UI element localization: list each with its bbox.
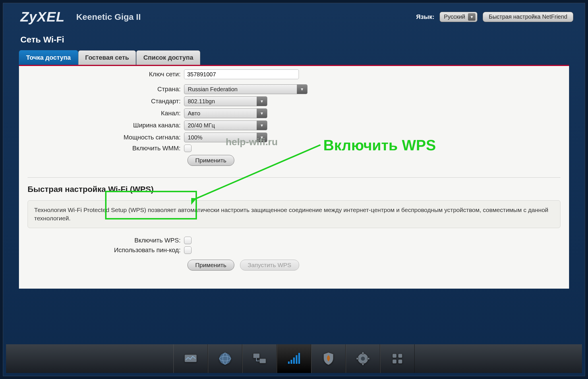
wps-pin-label: Использовать пин-код: xyxy=(28,246,184,254)
svg-rect-6 xyxy=(260,359,266,363)
quick-setup-button[interactable]: Быстрая настройка NetFriend xyxy=(483,12,573,22)
standard-select[interactable]: 802.11bgn ▼ xyxy=(184,96,267,106)
chevron-down-icon: ▼ xyxy=(257,121,267,130)
svg-rect-17 xyxy=(367,358,370,359)
dock-wifi-icon[interactable] xyxy=(277,344,311,373)
channel-value: Авто xyxy=(188,110,200,117)
svg-rect-20 xyxy=(392,359,396,364)
country-label: Страна: xyxy=(28,85,184,93)
width-label: Ширина канала: xyxy=(28,122,184,129)
chevron-down-icon: ▼ xyxy=(257,133,267,142)
wps-enable-label: Включить WPS: xyxy=(28,237,184,244)
wps-info-box: Технология Wi-Fi Protected Setup (WPS) п… xyxy=(28,200,560,228)
svg-rect-15 xyxy=(362,363,364,365)
standard-label: Стандарт: xyxy=(28,98,184,105)
chevron-down-icon: ▼ xyxy=(468,13,475,21)
bottom-dock xyxy=(6,344,582,373)
dock-monitor-icon[interactable] xyxy=(173,344,208,373)
dock-gear-icon[interactable] xyxy=(346,344,380,373)
width-value: 20/40 МГц xyxy=(188,122,215,129)
dock-network-icon[interactable] xyxy=(242,344,277,373)
svg-rect-8 xyxy=(291,360,292,364)
power-label: Мощность сигнала: xyxy=(28,134,184,141)
dock-globe-icon[interactable] xyxy=(208,344,242,373)
svg-point-13 xyxy=(361,357,365,361)
svg-rect-16 xyxy=(356,358,359,359)
svg-rect-21 xyxy=(398,359,402,364)
power-value: 100% xyxy=(188,134,202,141)
page-title: Сеть Wi-Fi xyxy=(3,28,585,50)
dock-shield-icon[interactable] xyxy=(311,344,346,373)
svg-rect-10 xyxy=(296,355,297,364)
channel-label: Канал: xyxy=(28,110,184,117)
tab-bar: Точка доступа Гостевая сеть Список досту… xyxy=(3,50,585,65)
brand-logo: ZyXEL xyxy=(20,9,65,25)
apply-button-wps[interactable]: Применить xyxy=(187,260,234,271)
language-select[interactable]: Русский ▼ xyxy=(440,12,477,22)
country-value: Russian Federation xyxy=(188,86,237,93)
power-select[interactable]: 100% ▼ xyxy=(184,133,267,142)
tab-access-list[interactable]: Список доступа xyxy=(136,50,200,65)
chevron-down-icon: ▼ xyxy=(297,85,307,94)
svg-rect-18 xyxy=(392,354,396,358)
svg-rect-14 xyxy=(362,352,364,354)
network-key-label: Ключ сети: xyxy=(28,71,184,78)
tab-guest-network[interactable]: Гостевая сеть xyxy=(78,50,136,65)
width-select[interactable]: 20/40 МГц ▼ xyxy=(184,120,267,130)
divider xyxy=(28,177,560,178)
wps-pin-checkbox[interactable] xyxy=(184,246,192,254)
content-panel: Ключ сети: Страна: Russian Federation ▼ … xyxy=(19,65,569,289)
apply-button-top[interactable]: Применить xyxy=(187,155,234,166)
svg-rect-19 xyxy=(398,354,402,358)
standard-value: 802.11bgn xyxy=(188,98,215,105)
wps-heading: Быстрая настройка Wi-Fi (WPS) xyxy=(28,185,560,194)
svg-point-2 xyxy=(219,353,231,364)
wmm-checkbox[interactable] xyxy=(184,145,192,152)
network-key-input[interactable] xyxy=(184,69,299,79)
start-wps-button[interactable]: Запустить WPS xyxy=(240,260,299,271)
language-value: Русский xyxy=(444,13,465,20)
app-frame: ZyXEL Keenetic Giga II Язык: Русский ▼ Б… xyxy=(3,3,585,376)
wmm-label: Включить WMM: xyxy=(28,145,184,152)
tab-access-point[interactable]: Точка доступа xyxy=(19,50,78,65)
channel-select[interactable]: Авто ▼ xyxy=(184,108,267,118)
header-right: Язык: Русский ▼ Быстрая настройка NetFri… xyxy=(416,12,573,22)
country-select[interactable]: Russian Federation ▼ xyxy=(184,84,307,94)
header-bar: ZyXEL Keenetic Giga II Язык: Русский ▼ Б… xyxy=(3,3,585,28)
svg-rect-5 xyxy=(253,353,260,358)
svg-rect-7 xyxy=(288,361,290,364)
model-name: Keenetic Giga II xyxy=(76,12,141,22)
svg-rect-11 xyxy=(298,353,300,364)
chevron-down-icon: ▼ xyxy=(257,109,267,118)
svg-rect-9 xyxy=(293,357,295,364)
dock-apps-icon[interactable] xyxy=(380,344,415,373)
language-label: Язык: xyxy=(416,13,434,21)
chevron-down-icon: ▼ xyxy=(257,97,267,106)
wps-enable-checkbox[interactable] xyxy=(184,237,192,244)
